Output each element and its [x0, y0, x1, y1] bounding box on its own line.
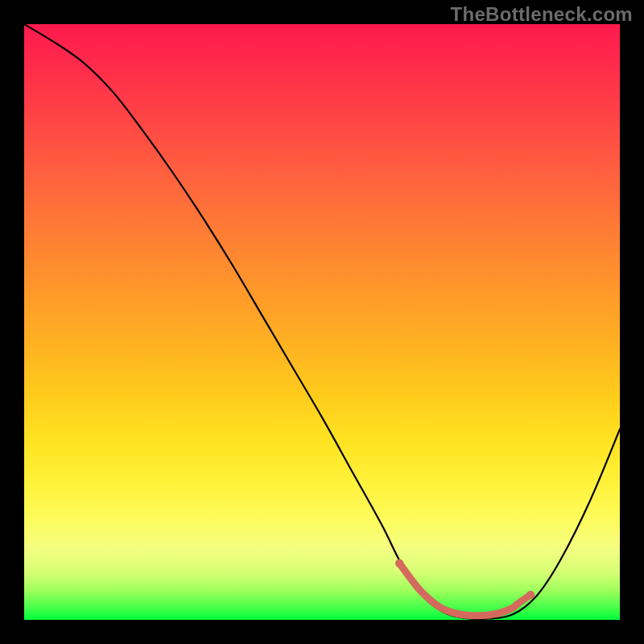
watermark-text: TheBottleneck.com: [451, 3, 633, 26]
chart-container: TheBottleneck.com: [0, 0, 644, 644]
heat-gradient-background: [24, 24, 620, 620]
plot-area: [24, 24, 620, 620]
